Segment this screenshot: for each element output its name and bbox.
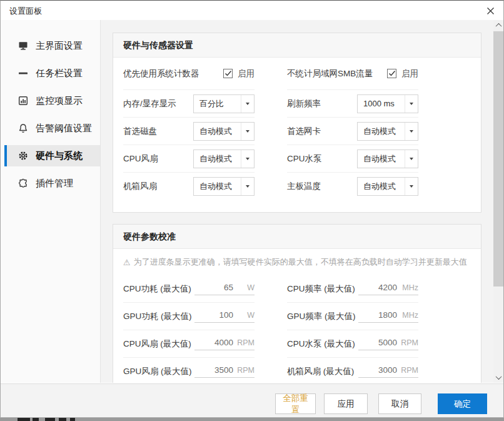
unit-label: MHz bbox=[397, 283, 418, 292]
gpu-freq-field: MHz bbox=[358, 310, 418, 323]
setting-label: CPU频率 (最大值) bbox=[287, 283, 358, 295]
setting-cell: GPU风扇 (最大值) RPM bbox=[123, 358, 255, 383]
cpu-pump-max-input[interactable] bbox=[365, 338, 397, 347]
select-value: 自动模式 bbox=[358, 181, 405, 192]
sidebar-item-alert-threshold[interactable]: 告警阈值设置 bbox=[4, 118, 100, 139]
gpu-fan-max-input[interactable] bbox=[201, 365, 233, 375]
chevron-down-icon bbox=[241, 123, 254, 140]
case-fan-max-input[interactable] bbox=[365, 365, 397, 375]
unit-label: RPM bbox=[397, 338, 418, 347]
close-button[interactable] bbox=[485, 6, 495, 16]
calibration-row: GPU功耗 (最大值) W GPU频率 (最大值) MHz bbox=[123, 303, 418, 330]
setting-label: CPU风扇 bbox=[123, 153, 193, 165]
setting-cell: GPU功耗 (最大值) W bbox=[123, 303, 255, 330]
taskbar-fragment bbox=[70, 418, 75, 421]
unit-label: RPM bbox=[397, 366, 418, 375]
cpu-fan-max-input[interactable] bbox=[201, 338, 233, 347]
vertical-scrollbar[interactable] bbox=[493, 20, 503, 383]
setting-label: 优先使用系统计数器 bbox=[123, 68, 223, 79]
setting-label: 首选网卡 bbox=[287, 126, 357, 137]
scroll-up-button[interactable] bbox=[493, 20, 503, 31]
cancel-button[interactable]: 取消 bbox=[378, 393, 421, 414]
preferred-disk-select[interactable]: 自动模式 bbox=[193, 122, 255, 141]
settings-row: 优先使用系统计数器 启用 不统计局域网SMB流量 启用 bbox=[123, 58, 418, 90]
section-title: 硬件参数校准 bbox=[113, 225, 481, 249]
gpu-power-input[interactable] bbox=[201, 310, 233, 320]
setting-label: GPU风扇 (最大值) bbox=[123, 366, 194, 377]
chevron-down-icon bbox=[405, 150, 418, 168]
cpu-power-input[interactable] bbox=[201, 283, 233, 292]
settings-row: 首选磁盘 自动模式 首选网卡 自动模式 bbox=[123, 118, 418, 145]
plugin-icon bbox=[18, 178, 28, 188]
scrollbar-thumb[interactable] bbox=[493, 31, 503, 287]
gpu-power-field: W bbox=[194, 310, 255, 323]
settings-pane: 硬件与传感器设置 优先使用系统计数器 启用 不统计局域网SMB流量 bbox=[101, 20, 493, 383]
smb-traffic-checkbox[interactable]: 启用 bbox=[387, 68, 418, 79]
sidebar-item-label: 硬件与系统 bbox=[36, 150, 83, 162]
setting-label: 刷新频率 bbox=[287, 98, 357, 109]
setting-label: 内存/显存显示 bbox=[123, 98, 193, 109]
cpu-power-field: W bbox=[194, 283, 255, 295]
preferred-nic-select[interactable]: 自动模式 bbox=[357, 122, 418, 141]
sidebar-item-main-ui[interactable]: 主界面设置 bbox=[4, 35, 100, 56]
motherboard-temp-select[interactable]: 自动模式 bbox=[357, 177, 418, 196]
apply-button[interactable]: 应用 bbox=[324, 393, 368, 414]
window-title: 设置面板 bbox=[9, 6, 42, 17]
cpu-fan-select[interactable]: 自动模式 bbox=[193, 150, 255, 168]
setting-label: CPU水泵 (最大值) bbox=[287, 338, 358, 350]
gpu-fan-max-field: RPM bbox=[194, 365, 255, 378]
setting-cell: CPU水泵 自动模式 bbox=[287, 145, 418, 173]
setting-cell: 首选网卡 自动模式 bbox=[287, 118, 418, 145]
setting-cell: 机箱风扇 自动模式 bbox=[123, 173, 255, 200]
setting-cell: CPU风扇 (最大值) RPM bbox=[123, 330, 255, 358]
bar-chart-icon bbox=[18, 96, 28, 106]
warning-text: 为了进度条显示更准确，请填写硬件实际的最大值，不填将在高负载时自动学习并更新最大… bbox=[134, 256, 467, 268]
sidebar-item-monitor-display[interactable]: 监控项显示 bbox=[4, 90, 100, 111]
setting-label: 主板温度 bbox=[287, 181, 357, 192]
calibration-warning: ⚠ 为了进度条显示更准确，请填写硬件实际的最大值，不填将在高负载时自动学习并更新… bbox=[123, 249, 418, 275]
select-value: 自动模式 bbox=[194, 126, 241, 137]
checkbox-checked-icon bbox=[223, 69, 233, 78]
scroll-down-button[interactable] bbox=[493, 372, 503, 383]
warning-icon: ⚠ bbox=[123, 258, 131, 267]
sidebar-item-hardware-system[interactable]: 硬件与系统 bbox=[4, 145, 100, 166]
cpu-fan-max-field: RPM bbox=[194, 338, 255, 350]
memory-display-select[interactable]: 百分比 bbox=[193, 94, 255, 113]
setting-cell: 优先使用系统计数器 启用 bbox=[123, 58, 255, 90]
setting-label: 机箱风扇 (最大值) bbox=[287, 366, 358, 377]
setting-cell: 主板温度 自动模式 bbox=[287, 173, 418, 200]
setting-label: 机箱风扇 bbox=[123, 181, 193, 192]
chevron-down-icon bbox=[405, 178, 418, 195]
sidebar-item-plugin-manager[interactable]: 插件管理 bbox=[4, 173, 100, 194]
setting-cell: CPU水泵 (最大值) RPM bbox=[287, 330, 418, 358]
setting-label: CPU风扇 (最大值) bbox=[123, 338, 194, 350]
taskbar-fragment bbox=[33, 418, 39, 421]
footer-bar: 全部重置 应用 取消 确定 bbox=[1, 383, 503, 418]
setting-cell: 内存/显存显示 百分比 bbox=[123, 90, 255, 118]
unit-label: MHz bbox=[397, 311, 418, 320]
setting-label: GPU频率 (最大值) bbox=[287, 311, 358, 322]
gear-icon bbox=[18, 151, 28, 161]
sidebar-item-taskbar[interactable]: 任务栏设置 bbox=[4, 63, 100, 84]
select-value: 自动模式 bbox=[358, 126, 405, 137]
reset-all-button[interactable]: 全部重置 bbox=[275, 393, 316, 414]
select-value: 自动模式 bbox=[194, 153, 241, 165]
sidebar-item-label: 主界面设置 bbox=[36, 40, 83, 52]
chevron-down-icon bbox=[405, 123, 418, 140]
ok-button[interactable]: 确定 bbox=[438, 393, 487, 414]
sidebar-item-label: 插件管理 bbox=[36, 178, 73, 190]
chevron-down-icon bbox=[405, 95, 418, 113]
refresh-rate-select[interactable]: 1000 ms bbox=[357, 94, 418, 113]
gpu-freq-input[interactable] bbox=[365, 310, 397, 320]
setting-cell: 机箱风扇 (最大值) RPM bbox=[287, 358, 418, 383]
case-fan-select[interactable]: 自动模式 bbox=[193, 177, 255, 196]
taskbar-fragment bbox=[45, 418, 55, 421]
sidebar: 主界面设置 任务栏设置 监控项显示 告警阈值设置 硬件与系统 bbox=[1, 20, 101, 383]
checkbox-label: 启用 bbox=[401, 68, 418, 79]
system-counter-checkbox[interactable]: 启用 bbox=[223, 68, 255, 79]
cpu-pump-select[interactable]: 自动模式 bbox=[357, 150, 418, 168]
select-value: 自动模式 bbox=[358, 153, 405, 165]
select-value: 自动模式 bbox=[194, 181, 241, 192]
background-taskbar-strip bbox=[0, 418, 504, 421]
cpu-freq-input[interactable] bbox=[365, 283, 397, 292]
